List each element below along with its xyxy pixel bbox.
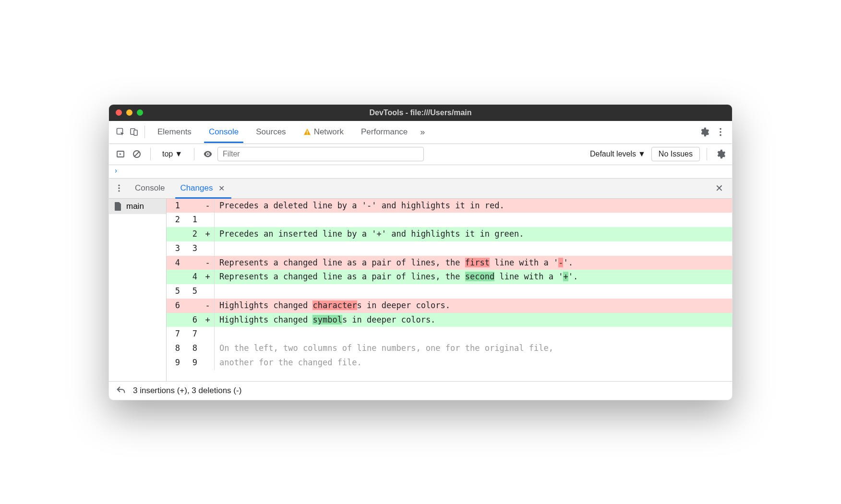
diff-marker (201, 341, 215, 356)
line-number-old: 1 (167, 199, 184, 213)
line-number-new (184, 199, 201, 213)
diff-marker (201, 356, 215, 370)
line-number-new: 4 (184, 270, 201, 284)
changes-panel: main 1-Precedes a deleted line by a '-' … (109, 199, 732, 381)
diff-line: 4+Represents a changed line as a pair of… (167, 270, 732, 284)
line-number-old: 7 (167, 327, 184, 341)
diff-marker (201, 284, 215, 299)
line-number-new: 7 (184, 327, 201, 341)
diff-line: 1-Precedes a deleted line by a '-' and h… (167, 199, 732, 213)
diff-content: Precedes a deleted line by a '-' and hig… (215, 199, 732, 213)
line-number-new: 2 (184, 227, 201, 241)
live-expression-icon[interactable] (201, 147, 215, 161)
tab-elements[interactable]: Elements (149, 121, 200, 143)
tab-console[interactable]: Console (200, 121, 247, 143)
drawer-tab-console-label: Console (135, 183, 165, 193)
diff-marker: - (201, 256, 215, 270)
svg-point-10 (207, 153, 209, 155)
chevron-down-icon: ▼ (175, 150, 182, 158)
execution-context-select[interactable]: top ▼ (157, 148, 187, 160)
changes-footer: 3 insertions (+), 3 deletions (-) (109, 381, 732, 400)
zoom-window-button[interactable] (137, 109, 143, 116)
issues-button[interactable]: No Issues (651, 147, 700, 161)
svg-point-6 (720, 131, 721, 133)
chevron-down-icon: ▼ (638, 150, 646, 158)
file-item-main[interactable]: main (109, 199, 166, 214)
close-tab-icon[interactable]: ✕ (216, 183, 227, 194)
svg-point-7 (720, 134, 721, 136)
main-tabbar: Elements Console Sources Network Perform… (109, 121, 732, 144)
line-number-new: 3 (184, 241, 201, 256)
tab-elements-label: Elements (157, 127, 192, 137)
diff-marker (201, 327, 215, 341)
console-settings-icon[interactable] (714, 147, 727, 161)
prompt-chevron-icon: › (114, 167, 118, 175)
more-options-icon[interactable] (714, 125, 727, 139)
diff-line: 21 (167, 213, 732, 227)
divider (194, 148, 194, 160)
line-number-new: 8 (184, 341, 201, 356)
file-item-label: main (126, 202, 144, 211)
tab-network[interactable]: Network (295, 121, 352, 143)
line-number-old: 6 (167, 299, 184, 313)
diff-marker: + (201, 227, 215, 241)
diff-line: 55 (167, 284, 732, 299)
main-tabs-group: Elements Console Sources Network Perform… (149, 121, 697, 143)
diff-line: 2+Precedes an inserted line by a '+' and… (167, 227, 732, 241)
diff-content (215, 327, 732, 341)
tab-sources[interactable]: Sources (247, 121, 294, 143)
drawer-tabbar: Console Changes ✕ ✕ (109, 179, 732, 199)
diff-content: another for the changed file. (215, 356, 732, 370)
diff-content: Precedes an inserted line by a '+' and h… (215, 227, 732, 241)
console-toolbar: top ▼ Default levels ▼ No Issues (109, 144, 732, 165)
drawer-more-tools-icon[interactable] (111, 183, 127, 193)
revert-icon[interactable] (116, 385, 126, 396)
tab-performance[interactable]: Performance (352, 121, 416, 143)
traffic-lights (116, 109, 143, 116)
devtools-window: DevTools - file:///Users/main Elements C… (108, 104, 733, 400)
drawer-tab-console[interactable]: Console (127, 179, 172, 197)
diff-line: 99another for the changed file. (167, 356, 732, 370)
diff-line: 33 (167, 241, 732, 256)
diff-line: 6+Highlights changed symbols in deeper c… (167, 313, 732, 327)
line-number-old: 8 (167, 341, 184, 356)
more-tabs-button[interactable]: » (416, 123, 429, 141)
device-toolbar-icon[interactable] (127, 125, 141, 139)
svg-rect-2 (134, 130, 137, 135)
close-window-button[interactable] (116, 109, 122, 116)
line-number-old: 2 (167, 213, 184, 227)
line-number-old (167, 227, 184, 241)
line-number-old (167, 313, 184, 327)
changes-summary: 3 insertions (+), 3 deletions (-) (133, 386, 241, 396)
diff-line: 88On the left, two columns of line numbe… (167, 341, 732, 356)
drawer-tab-changes[interactable]: Changes ✕ (172, 179, 234, 198)
diff-content: Highlights changed characters in deeper … (215, 299, 732, 313)
context-label: top (162, 150, 173, 158)
log-levels-select[interactable]: Default levels ▼ (587, 150, 649, 158)
filter-input[interactable] (217, 147, 424, 161)
line-number-new: 1 (184, 213, 201, 227)
warning-icon (303, 128, 311, 136)
inspect-element-icon[interactable] (114, 125, 127, 139)
svg-rect-3 (307, 131, 308, 133)
changed-files-list: main (109, 199, 167, 381)
tab-network-label: Network (314, 127, 344, 137)
divider (707, 148, 707, 160)
diff-marker: + (201, 313, 215, 327)
close-drawer-icon[interactable]: ✕ (709, 179, 730, 198)
svg-point-5 (720, 128, 721, 130)
toggle-sidebar-icon[interactable] (114, 147, 127, 161)
diff-line: 6-Highlights changed characters in deepe… (167, 299, 732, 313)
svg-point-13 (118, 190, 120, 192)
clear-console-icon[interactable] (130, 147, 144, 161)
file-icon (114, 202, 122, 211)
console-prompt[interactable]: › (109, 165, 732, 179)
line-number-new (184, 299, 201, 313)
diff-content: Represents a changed line as a pair of l… (215, 270, 732, 284)
settings-icon[interactable] (697, 125, 711, 139)
divider (150, 148, 151, 160)
minimize-window-button[interactable] (126, 109, 132, 116)
window-title: DevTools - file:///Users/main (369, 108, 471, 117)
levels-label: Default levels (590, 150, 636, 158)
tab-performance-label: Performance (361, 127, 408, 137)
